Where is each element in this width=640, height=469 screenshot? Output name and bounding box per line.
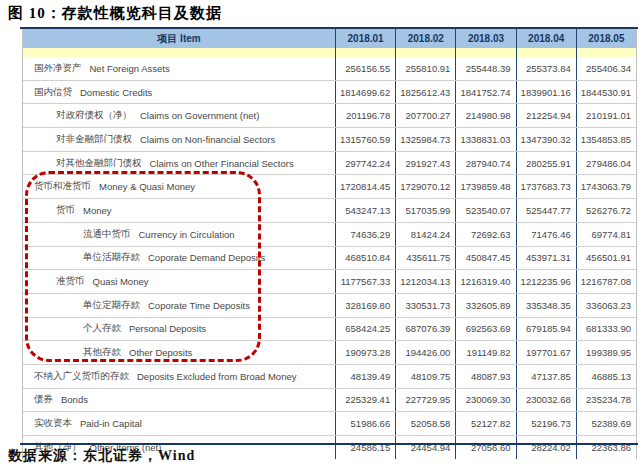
item-label-en: Coporate Demand Deposits [148,252,265,263]
item-label-en: Bonds [61,394,88,405]
item-label-zh: 货币 [56,204,75,217]
value-cell: 687076.39 [395,318,455,341]
value-cell: 279486.04 [576,152,636,175]
table-row: 对其他金融部门债权Claims on Other Financial Secto… [23,152,636,176]
item-cell: 对其他金融部门债权Claims on Other Financial Secto… [23,152,335,175]
table-row: 其他存款Other Deposits 190973.28 194426.00 1… [23,341,636,365]
value-cell: 255448.39 [455,57,515,80]
value-cell: 235234.78 [576,389,636,412]
table-row: 实收资本Paid-in Capital 51986.66 52058.58 52… [23,412,636,436]
data-table: 项目 Item 2018.01 2018.02 2018.03 2018.04 … [22,29,637,459]
value-cell: 52058.58 [395,412,455,435]
item-label-en: Coporate Time Deposits [148,300,250,311]
value-cell: 1839901.16 [516,81,576,104]
item-cell: 国外净资产Net Foreign Assets [23,57,335,80]
table-row: 国外净资产Net Foreign Assets 256156.55 255810… [23,57,636,81]
value-cell: 679185.94 [516,318,576,341]
value-cell: 450847.45 [455,247,515,270]
item-cell: 对非金融部门债权Claims on Non-financial Sectors [23,128,335,151]
value-cell: 692563.69 [455,318,515,341]
value-cell: 1737683.73 [516,175,576,198]
table-header-row: 项目 Item 2018.01 2018.02 2018.03 2018.04 … [23,29,636,48]
value-cell: 1338831.03 [455,128,515,151]
item-cell: 实收资本Paid-in Capital [23,412,335,435]
table-row: 个人存款Personal Deposits 658424.25 687076.3… [23,318,636,342]
value-cell: 1844530.91 [576,81,636,104]
item-label-zh: 债券 [34,393,53,406]
month-column-header: 2018.02 [395,29,455,48]
bottom-rule [20,443,638,445]
value-cell: 48139.49 [335,365,395,388]
value-cell: 287940.74 [455,152,515,175]
value-cell: 256156.55 [335,57,395,80]
value-cell: 22363.86 [576,436,636,459]
spacer-band [23,48,636,57]
value-cell: 1216787.08 [576,270,636,293]
value-cell: 74636.29 [335,223,395,246]
value-cell: 71476.46 [516,223,576,246]
item-label-en: Claims on Non-financial Sectors [140,134,275,145]
value-cell: 1743063.79 [576,175,636,198]
value-cell: 1354853.85 [576,128,636,151]
value-cell: 1216319.40 [455,270,515,293]
value-cell: 1841752.74 [455,81,515,104]
item-label-zh: 对非金融部门债权 [56,133,132,146]
item-label-zh: 准货币 [56,275,85,288]
value-cell: 456501.91 [576,247,636,270]
table-row: 流通中货币Currency in Circulation 74636.29 81… [23,223,636,247]
value-cell: 51986.66 [335,412,395,435]
value-cell: 336063.23 [576,294,636,317]
item-label-zh: 货币和准货币 [34,180,91,193]
table-row: 对非金融部门债权Claims on Non-financial Sectors … [23,128,636,152]
value-cell: 225329.41 [335,389,395,412]
value-cell: 658424.25 [335,318,395,341]
item-cell: 个人存款Personal Deposits [23,318,335,341]
value-cell: 1814699.62 [335,81,395,104]
value-cell: 1212235.96 [516,270,576,293]
item-label-en: Paid-in Capital [80,418,142,429]
item-label-zh: 流通中货币 [83,228,131,241]
report-figure-page: 图 10：存款性概览科目及数据 项目 Item 2018.01 2018.02 … [0,0,640,469]
item-label-zh: 国外净资产 [34,62,82,75]
item-cell: 流通中货币Currency in Circulation [23,223,335,246]
value-cell: 52196.73 [516,412,576,435]
value-cell: 517035.99 [395,199,455,222]
item-cell: 准货币Quasi Money [23,270,335,293]
value-cell: 214980.98 [455,104,515,127]
item-label-en: Net Foreign Assets [90,63,170,74]
item-label-zh: 个人存款 [83,322,121,335]
value-cell: 48087.93 [455,365,515,388]
table-rows: 国外净资产Net Foreign Assets 256156.55 255810… [23,57,636,459]
item-label-en: Other Deposits [129,347,192,358]
table-row: 国内信贷Domestic Credits 1814699.62 1825612.… [23,81,636,105]
value-cell: 523540.07 [455,199,515,222]
value-cell: 543247.13 [335,199,395,222]
value-cell: 1325984.73 [395,128,455,151]
item-label-zh: 不纳入广义货币的存款 [34,370,129,383]
value-cell: 72692.63 [455,223,515,246]
item-label-zh: 其他存款 [83,346,121,359]
item-label-zh: 单位活期存款 [83,251,140,264]
item-cell: 国内信贷Domestic Credits [23,81,335,104]
value-cell: 48109.75 [395,365,455,388]
value-cell: 297742.24 [335,152,395,175]
value-cell: 1729070.12 [395,175,455,198]
value-cell: 201196.78 [335,104,395,127]
item-cell: 货币Money [23,199,335,222]
item-label-en: Currency in Circulation [139,229,235,240]
value-cell: 255373.84 [516,57,576,80]
value-cell: 230069.30 [455,389,515,412]
item-label-zh: 实收资本 [34,417,72,430]
item-cell: 货币和准货币Money & Quasi Money [23,175,335,198]
value-cell: 291927.43 [395,152,455,175]
table-row: 准货币Quasi Money 1177567.33 1212034.13 121… [23,270,636,294]
value-cell: 230032.68 [516,389,576,412]
value-cell: 1825612.43 [395,81,455,104]
table-row: 不纳入广义货币的存款Deposits Excluded from Broad M… [23,365,636,389]
item-cell: 单位定期存款Coporate Time Deposits [23,294,335,317]
value-cell: 1720814.45 [335,175,395,198]
value-cell: 199389.95 [576,341,636,364]
item-column-header: 项目 Item [23,29,335,48]
value-cell: 1347390.32 [516,128,576,151]
item-label-en: Claims on Government (net) [140,110,259,121]
